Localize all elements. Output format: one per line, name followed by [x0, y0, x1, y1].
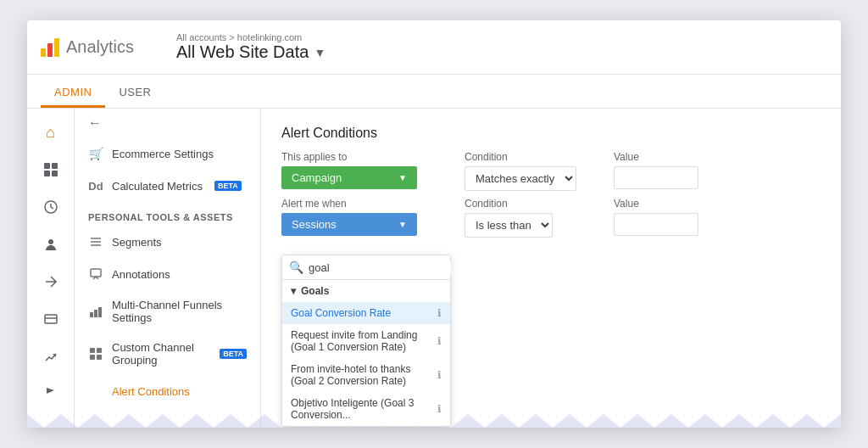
content-wrapper: ← 🛒 Ecommerce Settings Dd Calculated Met… [75, 109, 841, 428]
goal-search-input[interactable] [309, 261, 451, 274]
personal-tools-section: PERSONAL TOOLS & ASSETS [75, 202, 260, 226]
annotations-label: Annotations [112, 268, 170, 281]
dropdown-item-label-1: Request invite from Landing (Goal 1 Conv… [291, 329, 437, 353]
svg-rect-19 [97, 355, 102, 360]
applies-to-col: This applies to Campaign ▼ [281, 151, 451, 189]
alert-when-col: Alert me when Sessions ▼ [281, 198, 451, 236]
multichannel-label: Multi-Channel Funnels Settings [112, 299, 247, 324]
calculated-metrics-label: Calculated Metrics [112, 180, 203, 193]
sidebar-icon-home[interactable]: ⌂ [34, 115, 68, 149]
goals-group-header: ▾ Goals [282, 280, 450, 302]
dropdown-item-2[interactable]: From invite-hotel to thanks (Goal 2 Conv… [282, 358, 450, 392]
sessions-text: Sessions [292, 218, 337, 231]
side-menu: ← 🛒 Ecommerce Settings Dd Calculated Met… [75, 109, 261, 428]
calculated-metrics-beta-badge: BETA [214, 181, 242, 191]
svg-rect-0 [44, 163, 50, 169]
svg-rect-12 [91, 269, 101, 277]
sidebar-item-calculated-metrics[interactable]: Dd Calculated Metrics BETA [75, 170, 260, 202]
dropdown-item-3[interactable]: Objetivo Inteligente (Goal 3 Conversion.… [282, 392, 450, 426]
svg-rect-1 [52, 163, 58, 169]
value-col-2: Value [614, 198, 732, 236]
campaign-text: Campaign [292, 171, 342, 184]
analytics-logo-icon [41, 38, 59, 57]
nav-tabs: ADMIN USER [27, 75, 841, 109]
svg-rect-15 [98, 307, 102, 317]
condition-col: Condition Matches exactly [465, 151, 600, 191]
sidebar-item-ecommerce[interactable]: 🛒 Ecommerce Settings [75, 137, 260, 170]
is-less-than-select[interactable]: Is less than [465, 213, 553, 238]
alert-when-row: Alert me when Sessions ▼ Condition Is le… [281, 198, 821, 238]
tab-user[interactable]: USER [105, 79, 164, 108]
annotations-icon [88, 266, 103, 282]
svg-rect-18 [90, 355, 95, 360]
custom-channel-label: Custom Channel Grouping [112, 341, 208, 367]
info-icon-3[interactable]: ℹ [437, 403, 442, 415]
logo-area: Analytics [41, 37, 176, 57]
sidebar-icon-conversions[interactable] [34, 339, 68, 373]
header-right: All accounts > hotelinking.com All Web S… [176, 32, 326, 62]
sidebar-icon-audience[interactable] [34, 227, 68, 261]
calculated-metrics-icon: Dd [88, 178, 103, 193]
dropdown-item-label-0: Goal Conversion Rate [291, 307, 391, 319]
svg-rect-16 [90, 348, 95, 353]
dropdown-item-0[interactable]: Goal Conversion Rate ℹ [282, 302, 450, 324]
breadcrumb[interactable]: All accounts > hotelinking.com [176, 32, 326, 42]
sidebar-item-segments[interactable]: Segments [75, 226, 260, 258]
svg-rect-6 [45, 315, 57, 323]
sidebar-item-custom-channel[interactable]: Custom Channel Grouping BETA [75, 333, 260, 375]
custom-al-label: Alert Conditions [112, 385, 190, 398]
svg-point-5 [48, 239, 53, 244]
back-arrow: ← [88, 115, 102, 131]
main-content: Alert Conditions This applies to Campaig… [261, 109, 841, 428]
custom-al-icon [88, 384, 103, 399]
dropdown-search-bar: 🔍 [282, 255, 450, 280]
sidebar-icon-behavior[interactable] [34, 302, 68, 336]
info-icon-1[interactable]: ℹ [437, 335, 442, 347]
search-icon: 🔍 [289, 260, 303, 274]
sidebar-icon-acquisition[interactable] [34, 265, 68, 299]
svg-rect-17 [97, 348, 102, 353]
sidebar-item-custom-al[interactable]: Alert Conditions [75, 375, 260, 407]
dropdown-item-1[interactable]: Request invite from Landing (Goal 1 Conv… [282, 324, 450, 358]
campaign-select[interactable]: Campaign ▼ [281, 166, 417, 189]
condition-label-2: Condition [465, 198, 600, 210]
ecommerce-label: Ecommerce Settings [112, 148, 214, 160]
condition-label-1: Condition [465, 151, 600, 163]
value-col: Value [614, 151, 732, 189]
sidebar: ⌂ [27, 109, 75, 428]
site-title-text: All Web Site Data [176, 42, 309, 62]
app-window: Analytics All accounts > hotelinking.com… [27, 20, 841, 428]
collapse-icon: ▾ [291, 285, 296, 297]
matches-exactly-select[interactable]: Matches exactly [465, 166, 576, 191]
sidebar-item-multichannel[interactable]: Multi-Channel Funnels Settings [75, 290, 260, 333]
custom-channel-icon [88, 346, 103, 361]
value-label-2: Value [614, 198, 732, 210]
back-button[interactable]: ← [75, 109, 260, 137]
tab-admin[interactable]: ADMIN [41, 79, 105, 108]
ecommerce-icon: 🛒 [88, 146, 103, 161]
sessions-select[interactable]: Sessions ▼ [281, 213, 417, 236]
logo-bar-2 [47, 43, 53, 57]
condition-col-2: Condition Is less than [465, 198, 600, 238]
alert-conditions-title: Alert Conditions [281, 126, 821, 141]
sidebar-item-annotations[interactable]: Annotations [75, 258, 260, 290]
value-label-1: Value [614, 151, 732, 163]
sessions-arrow: ▼ [398, 220, 407, 229]
goals-dropdown: 🔍 ▾ Goals Goal Conversion Rate ℹ Request… [281, 255, 451, 427]
sidebar-icon-reports[interactable] [34, 190, 68, 224]
svg-rect-13 [90, 312, 93, 317]
sidebar-icon-grid[interactable] [34, 153, 68, 187]
goals-group-label: Goals [301, 285, 329, 297]
value-input-1[interactable] [614, 166, 698, 189]
svg-rect-2 [44, 171, 50, 176]
custom-channel-beta-badge: BETA [220, 349, 247, 359]
logo-bar-1 [41, 48, 46, 57]
app-name: Analytics [66, 37, 134, 57]
info-icon-2[interactable]: ℹ [437, 369, 442, 381]
info-icon-0[interactable]: ℹ [437, 307, 442, 319]
alert-when-label: Alert me when [281, 198, 451, 210]
site-dropdown-arrow[interactable]: ▼ [314, 46, 326, 59]
value-input-2[interactable] [614, 213, 698, 236]
applies-to-label: This applies to [281, 151, 451, 163]
sidebar-icon-flag[interactable] [34, 377, 68, 411]
